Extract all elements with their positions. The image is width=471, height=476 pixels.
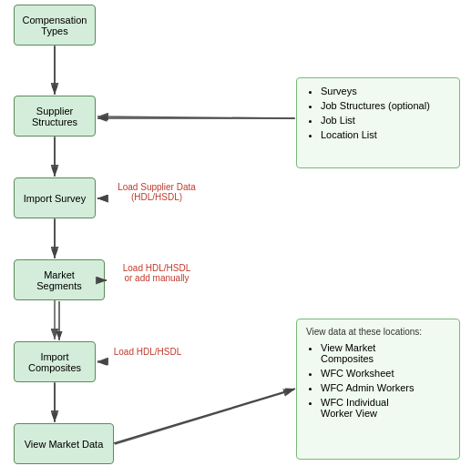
view-data-list: View MarketComposites WFC Worksheet WFC … [306,342,450,419]
import-composites-box: Import Composites [14,341,96,382]
market-segments-box: Market Segments [14,259,105,300]
view-market-data-label: View Market Data [25,439,104,450]
load-hdl-hsdl-label: Load HDL/HSDLor add manually [102,263,211,283]
supplier-structures-label: Supplier Structures [32,106,77,127]
import-survey-box: Import Survey [14,177,96,218]
surveys-item-1: Surveys [321,86,450,96]
comp-types-box: Compensation Types [14,5,96,46]
view-data-header: View data at these locations: [306,327,450,337]
view-data-item-4: WFC IndividualWorker View [321,397,450,419]
market-segments-label: Market Segments [20,269,98,291]
surveys-item-3: Job List [321,115,450,126]
surveys-item-2: Job Structures (optional) [321,100,450,111]
surveys-info-box: Surveys Job Structures (optional) Job Li… [296,77,460,168]
surveys-item-4: Location List [321,129,450,140]
view-data-item-2: WFC Worksheet [321,368,450,379]
view-data-item-3: WFC Admin Workers [321,382,450,393]
import-survey-label: Import Survey [24,193,86,204]
view-market-data-box: View Market Data [14,423,114,464]
view-data-item-1: View MarketComposites [321,342,450,364]
import-composites-label: Import Composites [28,351,81,373]
arrow-surveys-to-supplier [97,116,294,118]
flow-diagram: Compensation Types Supplier Structures I… [0,0,471,476]
arrow-view-to-box [115,390,294,444]
view-data-info-box: View data at these locations: View Marke… [296,319,460,460]
load-supplier-data-label: Load Supplier Data(HDL/HSDL) [102,182,211,202]
comp-types-label: Compensation Types [23,15,87,36]
load-hdl-composites-label: Load HDL/HSDL [102,347,193,357]
supplier-structures-box: Supplier Structures [14,96,96,137]
surveys-list: Surveys Job Structures (optional) Job Li… [306,86,450,140]
